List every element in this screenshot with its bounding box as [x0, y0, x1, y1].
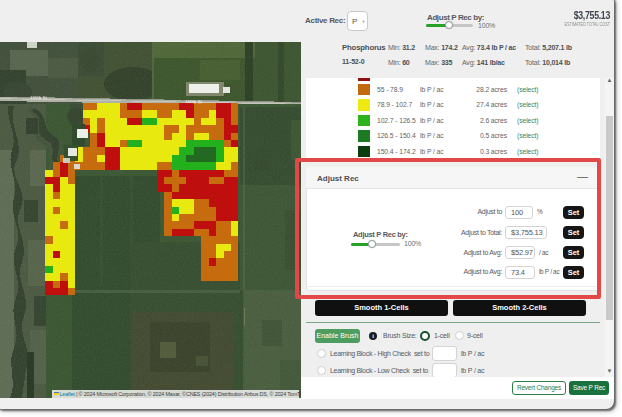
svg-text:150th St: 150th St — [30, 95, 48, 100]
svg-text:150th St: 150th St — [185, 99, 203, 104]
